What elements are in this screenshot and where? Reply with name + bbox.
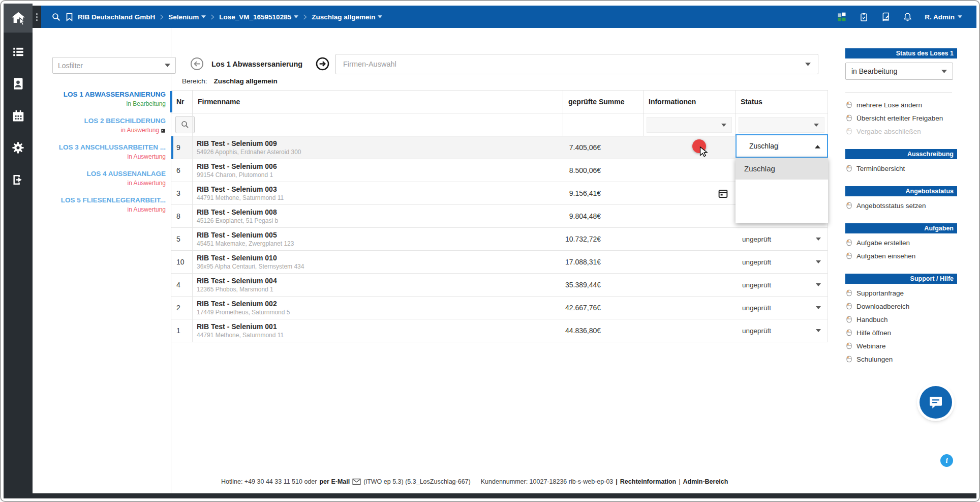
action-link[interactable]: Hilfe öffnen xyxy=(845,326,957,339)
next-lot-button[interactable] xyxy=(316,57,329,71)
status-option[interactable]: Zuschlag xyxy=(736,158,828,180)
status-combobox[interactable]: Zuschlag xyxy=(736,134,828,158)
section-links: Angebotsstatus setzen xyxy=(845,199,957,212)
sidebar-item-calendar[interactable] xyxy=(4,100,33,132)
bereich-value: Zuschlag allgemein xyxy=(214,77,278,85)
previous-lot-button[interactable] xyxy=(190,57,204,71)
row-status-select[interactable]: ungeprüft xyxy=(736,297,828,319)
apps-grid-icon[interactable] xyxy=(837,12,847,22)
action-link[interactable]: Übersicht erteilter Freigaben xyxy=(845,111,957,125)
row-info-cell xyxy=(644,182,736,204)
calendar-info-icon[interactable] xyxy=(718,188,728,201)
panel-handle[interactable] xyxy=(33,6,41,28)
informationen-filter-dropdown[interactable] xyxy=(647,117,732,133)
customer-number: Kundennummer: 10027-18236 rib-s-web-ep-0… xyxy=(481,478,614,485)
table-row[interactable]: 5 RIB Test - Selenium 005 45451 Makemake… xyxy=(171,228,828,251)
action-link[interactable]: Terminübersicht xyxy=(845,162,957,175)
breadcrumb-separator-icon xyxy=(160,14,164,20)
caret-down-icon xyxy=(201,15,206,18)
mouse-icon xyxy=(846,252,852,259)
email-link[interactable]: per E-Mail xyxy=(319,478,350,485)
info-button[interactable]: i xyxy=(940,454,953,467)
table-row[interactable]: 1 RIB Test - Selenium 001 44791 Methone,… xyxy=(171,319,828,342)
lot-status-select[interactable]: in Bearbeitung xyxy=(845,63,953,80)
clipboard-edit-icon[interactable] xyxy=(859,12,869,22)
action-link[interactable]: Webinare xyxy=(845,339,957,352)
column-header[interactable]: Status xyxy=(736,91,828,113)
action-link[interactable]: Downloadbereich xyxy=(845,300,957,313)
section-header-bar: Angebotsstatus xyxy=(845,186,957,196)
row-status-select[interactable]: ungeprüft xyxy=(736,228,828,250)
search-icon[interactable] xyxy=(51,12,61,22)
breadcrumb-separator-icon xyxy=(303,14,307,20)
action-link[interactable]: Aufgaben einsehen xyxy=(845,249,957,262)
column-header[interactable]: geprüfte Summe xyxy=(563,91,644,113)
list-icon xyxy=(12,45,25,58)
status-combobox-value: Zuschlag xyxy=(749,142,778,150)
row-info-cell xyxy=(644,228,736,250)
row-nr: 6 xyxy=(171,159,193,182)
lot-list-item[interactable]: LOS 4 AUSSENANLAGE in Auswertung xyxy=(33,169,169,187)
bookmark-icon[interactable] xyxy=(66,13,73,21)
table-row[interactable]: 8 RIB Test - Selenium 008 45126 Exoplane… xyxy=(171,205,828,228)
link-label: Aufgaben einsehen xyxy=(856,252,915,260)
action-link[interactable]: Supportanfrage xyxy=(845,286,957,300)
breadcrumb-item[interactable]: Lose_VM_1659510285 xyxy=(219,13,298,21)
chat-icon xyxy=(928,394,944,410)
company-name: RIB Test - Selenium 005 xyxy=(197,231,277,240)
app-sidebar xyxy=(4,4,33,498)
action-link[interactable]: Handbuch xyxy=(845,313,957,326)
row-status-select[interactable]: ungeprüft xyxy=(736,319,828,342)
sidebar-item-settings[interactable] xyxy=(4,132,33,164)
divider xyxy=(845,93,952,93)
column-header[interactable]: Nr xyxy=(171,91,193,113)
company-address: 54926 Apophis, Erdnaher Asteroid 300 xyxy=(197,149,301,156)
table-row[interactable]: 4 RIB Test - Selenium 004 12365 Phobos, … xyxy=(171,274,828,297)
company-select[interactable]: Firmen-Auswahl xyxy=(335,54,818,74)
sidebar-item-projects[interactable] xyxy=(4,36,33,68)
row-nr: 4 xyxy=(171,274,193,296)
table-row[interactable]: 2 RIB Test - Selenium 002 17449 Promethe… xyxy=(171,297,828,319)
bell-icon[interactable] xyxy=(903,12,912,22)
section-header-bar: Aufgaben xyxy=(845,223,957,233)
user-menu[interactable]: R. Admin xyxy=(925,13,962,21)
admin-link[interactable]: Admin-Bereich xyxy=(683,478,728,485)
action-link[interactable]: Aufgabe erstellen xyxy=(845,236,957,249)
table-row[interactable]: 3 RIB Test - Selenium 003 44791 Methone,… xyxy=(171,182,828,205)
company-name: RIB Test - Selenium 009 xyxy=(197,139,277,148)
sidebar-item-contacts[interactable] xyxy=(4,68,33,100)
sidebar-item-logout[interactable] xyxy=(4,164,33,196)
company-select-placeholder: Firmen-Auswahl xyxy=(343,60,396,68)
legal-link[interactable]: Rechteinformation xyxy=(620,478,676,485)
sidebar-item-home[interactable] xyxy=(4,4,33,33)
action-link[interactable]: Angebotsstatus setzen xyxy=(845,199,957,212)
lot-list-item[interactable]: LOS 2 BESCHILDERUNG in Auswertung xyxy=(33,116,169,134)
status-filter-dropdown[interactable] xyxy=(739,117,824,133)
row-status-select[interactable]: ungeprüft xyxy=(736,251,828,273)
column-header[interactable]: Firmenname xyxy=(193,91,563,113)
lot-list-item[interactable]: LOS 1 ABWASSERSANIERUNG in Bearbeitung xyxy=(33,90,169,108)
lot-list-item[interactable]: LOS 3 ANSCHLUSSARBEITEN ... in Auswertun… xyxy=(33,143,169,161)
book-edit-icon[interactable] xyxy=(881,12,891,22)
lot-filter-select[interactable]: Losfilter xyxy=(52,57,176,74)
lot-list-item[interactable]: LOS 5 FLIESENLEGERARBEIT... in Auswertun… xyxy=(33,196,169,214)
column-header[interactable]: Informationen xyxy=(644,91,736,113)
action-link[interactable]: mehrere Lose ändern xyxy=(845,98,957,111)
section-title: Ausschreibung xyxy=(907,151,954,158)
breadcrumb-item[interactable]: Selenium xyxy=(168,13,206,21)
link-label: Aufgabe erstellen xyxy=(856,239,910,247)
table-row[interactable]: 6 RIB Test - Selenium 006 99154 Charon, … xyxy=(171,159,828,182)
action-link[interactable]: Schulungen xyxy=(845,352,957,366)
breadcrumb-item[interactable]: RIB Deutschland GmbH xyxy=(78,13,155,21)
bereich-label: Bereich: xyxy=(182,77,207,85)
logout-icon xyxy=(12,173,24,186)
row-sum: 9.156,41€ xyxy=(563,182,644,204)
app-window: RIB Deutschland GmbH Selenium Lose_VM_16… xyxy=(0,0,980,502)
table-row[interactable]: 9 RIB Test - Selenium 009 54926 Apophis,… xyxy=(171,136,828,159)
row-status-select[interactable]: ungeprüft xyxy=(736,274,828,296)
table-row[interactable]: 10 RIB Test - Selenium 010 36x95 Alpha C… xyxy=(171,251,828,274)
action-link[interactable]: Vergabe abschließen xyxy=(845,125,957,138)
chat-button[interactable] xyxy=(920,386,952,419)
company-name: RIB Test - Selenium 006 xyxy=(197,162,277,171)
breadcrumb-item[interactable]: Zuschlag allgemein xyxy=(312,13,382,21)
